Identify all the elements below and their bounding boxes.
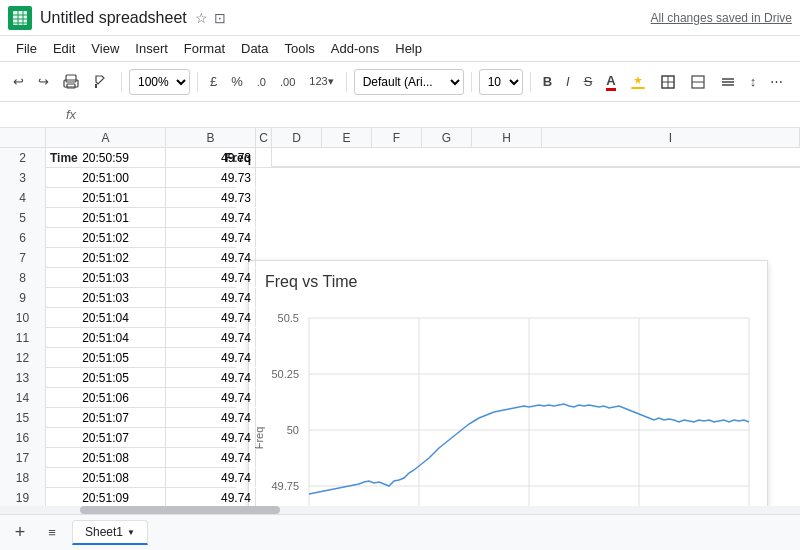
- valign-button[interactable]: ↕: [745, 70, 762, 93]
- paint-format-button[interactable]: [88, 70, 114, 94]
- cell-time[interactable]: 20:51:03: [46, 268, 166, 287]
- cell-time[interactable]: 20:51:04: [46, 328, 166, 347]
- col-header-c[interactable]: C: [256, 128, 272, 148]
- cell-freq[interactable]: 49.74: [166, 488, 256, 507]
- col-header-a[interactable]: A: [46, 128, 166, 148]
- cell-time[interactable]: 20:51:02: [46, 248, 166, 267]
- cell-freq[interactable]: 49.74: [166, 348, 256, 367]
- col-header-b[interactable]: B: [166, 128, 256, 148]
- cell-time[interactable]: 20:51:08: [46, 468, 166, 487]
- row-number: 18: [0, 468, 46, 488]
- cell-freq[interactable]: 49.74: [166, 428, 256, 447]
- cell-time[interactable]: 20:51:07: [46, 428, 166, 447]
- document-title[interactable]: Untitled spreadsheet: [40, 9, 187, 27]
- cell-time[interactable]: 20:51:05: [46, 368, 166, 387]
- table-row: 920:51:0349.74: [0, 288, 236, 308]
- fill-color-button[interactable]: [625, 70, 651, 94]
- table-row: 620:51:0249.74: [0, 228, 236, 248]
- cell-freq[interactable]: 49.73: [166, 148, 256, 167]
- col-header-g[interactable]: G: [422, 128, 472, 148]
- decimal00-button[interactable]: .00: [275, 72, 300, 92]
- cell-time[interactable]: 20:51:05: [46, 348, 166, 367]
- fontsize-select[interactable]: 10 8 12 14: [479, 69, 523, 95]
- menu-data[interactable]: Data: [233, 39, 276, 58]
- font-color-button[interactable]: A: [601, 69, 620, 95]
- menu-edit[interactable]: Edit: [45, 39, 83, 58]
- svg-text:50: 50: [287, 424, 299, 436]
- cell-freq[interactable]: 49.74: [166, 368, 256, 387]
- menu-tools[interactable]: Tools: [276, 39, 322, 58]
- drive-icon[interactable]: ⊡: [214, 10, 226, 26]
- menu-format[interactable]: Format: [176, 39, 233, 58]
- strikethrough-button[interactable]: S: [579, 70, 598, 93]
- toolbar: ↩ ↪ 100% 75% 50% 125% £ % .0 .00 123▾ De…: [0, 62, 800, 102]
- more-options-button[interactable]: ⋯: [765, 70, 788, 93]
- halign-button[interactable]: [715, 70, 741, 94]
- cell-time[interactable]: 20:51:07: [46, 408, 166, 427]
- sheet-tab-sheet1[interactable]: Sheet1 ▼: [72, 520, 148, 545]
- cell-freq[interactable]: 49.74: [166, 268, 256, 287]
- menu-view[interactable]: View: [83, 39, 127, 58]
- cell-time[interactable]: 20:51:01: [46, 208, 166, 227]
- bold-button[interactable]: B: [538, 70, 557, 93]
- cell-time[interactable]: 20:51:01: [46, 188, 166, 207]
- cell-c1[interactable]: [256, 148, 272, 167]
- currency-button[interactable]: £: [205, 70, 222, 93]
- cell-rest-1[interactable]: [272, 148, 800, 167]
- font-select[interactable]: Default (Ari... Arial Times New Roman: [354, 69, 464, 95]
- cell-time[interactable]: 20:50:59: [46, 148, 166, 167]
- menu-insert[interactable]: Insert: [127, 39, 176, 58]
- sheet-list-button[interactable]: ≡: [40, 521, 64, 545]
- scrollbar-thumb[interactable]: [80, 506, 280, 514]
- cell-freq[interactable]: 49.74: [166, 448, 256, 467]
- cell-freq[interactable]: 49.74: [166, 468, 256, 487]
- print-button[interactable]: [58, 70, 84, 94]
- menu-addons[interactable]: Add-ons: [323, 39, 387, 58]
- zoom-select[interactable]: 100% 75% 50% 125%: [129, 69, 190, 95]
- cell-time[interactable]: 20:51:04: [46, 308, 166, 327]
- cell-time[interactable]: 20:51:02: [46, 228, 166, 247]
- cell-time[interactable]: 20:51:09: [46, 488, 166, 507]
- cell-freq[interactable]: 49.74: [166, 228, 256, 247]
- borders-button[interactable]: [655, 70, 681, 94]
- col-header-f[interactable]: F: [372, 128, 422, 148]
- formula-input[interactable]: [84, 107, 792, 122]
- col-header-d[interactable]: D: [272, 128, 322, 148]
- cell-freq[interactable]: 49.73: [166, 188, 256, 207]
- cell-time[interactable]: 20:51:08: [46, 448, 166, 467]
- cell-time[interactable]: 20:51:06: [46, 388, 166, 407]
- col-header-i[interactable]: I: [542, 128, 800, 148]
- italic-button[interactable]: I: [561, 70, 575, 93]
- cell-freq[interactable]: 49.74: [166, 308, 256, 327]
- horizontal-scrollbar[interactable]: [0, 506, 800, 514]
- undo-button[interactable]: ↩: [8, 70, 29, 93]
- svg-text:50.25: 50.25: [271, 368, 299, 380]
- redo-button[interactable]: ↪: [33, 70, 54, 93]
- merge-button[interactable]: [685, 70, 711, 94]
- cell-time[interactable]: 20:51:00: [46, 168, 166, 187]
- cell-freq[interactable]: 49.74: [166, 208, 256, 227]
- star-icon[interactable]: ☆: [195, 10, 208, 26]
- percent-button[interactable]: %: [226, 70, 248, 93]
- menu-file[interactable]: File: [8, 39, 45, 58]
- menu-help[interactable]: Help: [387, 39, 430, 58]
- add-sheet-button[interactable]: +: [8, 521, 32, 545]
- sheet-tab-dropdown-icon[interactable]: ▼: [127, 528, 135, 537]
- table-row: 820:51:0349.74: [0, 268, 236, 288]
- toolbar-separator-1: [121, 72, 122, 92]
- more-formats-button[interactable]: 123▾: [304, 71, 338, 92]
- cell-freq[interactable]: 49.73: [166, 168, 256, 187]
- cell-freq[interactable]: 49.74: [166, 328, 256, 347]
- table-row: 1120:51:0449.74: [0, 328, 236, 348]
- cell-freq[interactable]: 49.74: [166, 288, 256, 307]
- cell-freq[interactable]: 49.74: [166, 388, 256, 407]
- cell-freq[interactable]: 49.74: [166, 248, 256, 267]
- chart-area[interactable]: Freq vs Time 50.5 50.25 50 49.75 49.5 20…: [248, 260, 768, 518]
- tab-bar: + ≡ Sheet1 ▼: [0, 514, 800, 550]
- cell-time[interactable]: 20:51:03: [46, 288, 166, 307]
- col-header-h[interactable]: H: [472, 128, 542, 148]
- cell-freq[interactable]: 49.74: [166, 408, 256, 427]
- decimal0-button[interactable]: .0: [252, 72, 271, 92]
- col-header-e[interactable]: E: [322, 128, 372, 148]
- row-number: 7: [0, 248, 46, 268]
